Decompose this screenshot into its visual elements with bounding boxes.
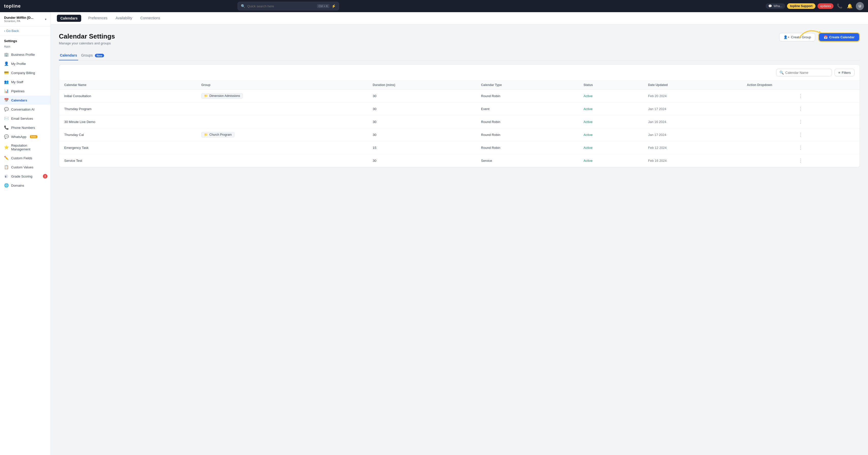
sidebar-item-my-staff[interactable]: 👥 My Staff — [0, 77, 51, 87]
cell-date-updated: Jan 17 2024 — [643, 128, 742, 141]
sidebar-item-domains[interactable]: 🌐 Domains — [0, 181, 51, 190]
sidebar-item-pipelines[interactable]: 📊 Pipelines — [0, 87, 51, 96]
sidebar-item-my-profile[interactable]: 👤 My Profile — [0, 59, 51, 68]
calendars-table-card: 🔍 ≡ Filters Calendar Name Group Duration… — [59, 64, 860, 167]
grade-scoring-icon: g — [4, 174, 9, 178]
notifications-icon[interactable]: 🔔 — [846, 2, 854, 10]
sidebar-item-grade-scoring[interactable]: g Grade Scoring 2 — [0, 172, 51, 181]
sidebar-item-custom-fields[interactable]: ✏️ Custom Fields — [0, 154, 51, 163]
cell-status: Active — [579, 154, 643, 167]
cell-duration: 30 — [368, 90, 476, 102]
sidebar-item-business-profile[interactable]: 🏢 Business Profile — [0, 50, 51, 59]
header-actions: 👤+ Create Group 📅 Create Calendar — [779, 32, 860, 42]
tab-groups[interactable]: Groups New — [80, 51, 105, 60]
search-icon: 🔍 — [241, 4, 245, 8]
search-icon: 🔍 — [779, 70, 784, 74]
search-bar[interactable]: 🔍 Ctrl + K ⚡ — [238, 2, 339, 10]
cell-calendar-name: Thursday Cal — [59, 128, 196, 141]
cell-type: Event — [476, 102, 579, 116]
pipelines-icon: 📊 — [4, 89, 9, 93]
whatsapp-label: Wha... — [774, 4, 782, 8]
calendars-table: Calendar Name Group Duration (mins) Cale… — [59, 80, 860, 167]
phone-icon[interactable]: 📞 — [836, 2, 844, 10]
main-content: Calendars Preferences Availability Conne… — [51, 12, 868, 455]
sidebar-item-phone-numbers[interactable]: 📞 Phone Numbers — [0, 123, 51, 132]
cell-action[interactable]: ⋮ — [742, 141, 860, 154]
cell-date-updated: Feb 12 2024 — [643, 141, 742, 154]
group-chip: 📁Church Program — [201, 132, 235, 137]
cell-date-updated: Feb 16 2024 — [643, 154, 742, 167]
app-layout: Dunder Mifflin [D... Scranton, PA ▾ ‹ Go… — [0, 12, 868, 455]
beta-badge: beta — [30, 135, 37, 138]
cell-date-updated: Feb 20 2024 — [643, 90, 742, 102]
sidebar-item-calendars[interactable]: 📅 Calendars — [0, 96, 51, 105]
cell-group — [196, 116, 368, 128]
cell-action[interactable]: ⋮ — [742, 128, 860, 141]
search-input[interactable] — [247, 4, 315, 8]
cell-action[interactable]: ⋮ — [742, 90, 860, 102]
cell-calendar-name: 30 Minute Live Demo — [59, 116, 196, 128]
cell-group: 📁Dimension Admissions — [196, 90, 368, 102]
table-row: Service Test30ServiceActiveFeb 16 2024⋮ — [59, 154, 860, 167]
workspace-name: Dunder Mifflin [D... — [4, 16, 33, 20]
calendar-name-input[interactable] — [785, 71, 829, 74]
support-button[interactable]: topline Support — [787, 3, 816, 9]
table-head: Calendar Name Group Duration (mins) Cale… — [59, 80, 860, 90]
go-back-button[interactable]: ‹ Go Back — [0, 26, 51, 35]
table-row: 30 Minute Live Demo30Round RobinActiveJa… — [59, 116, 860, 128]
chevron-down-icon: ▾ — [45, 18, 46, 21]
page-content: Calendar Settings Manage your calendars … — [51, 24, 868, 167]
chat-icon: 💬 — [768, 4, 772, 8]
page-title-block: Calendar Settings Manage your calendars … — [59, 32, 115, 45]
sidebar-label-grade-scoring: Grade Scoring — [11, 174, 32, 178]
workspace-selector[interactable]: Dunder Mifflin [D... Scranton, PA ▾ — [0, 12, 51, 26]
sidebar-label-company-billing: Company Billing — [11, 71, 35, 75]
table-row: Thursday Program30EventActiveJan 17 2024… — [59, 102, 860, 116]
cell-action[interactable]: ⋮ — [742, 116, 860, 128]
col-calendar-name: Calendar Name — [59, 80, 196, 90]
my-staff-icon: 👥 — [4, 79, 9, 84]
create-calendar-button[interactable]: 📅 Create Calendar — [819, 33, 859, 41]
calendar-add-icon: 📅 — [824, 35, 828, 39]
person-add-icon: 👤+ — [783, 35, 789, 39]
sidebar-item-company-billing[interactable]: 💳 Company Billing — [0, 68, 51, 77]
user-avatar[interactable]: U — [856, 2, 864, 10]
sidebar-item-conversation-ai[interactable]: 💬 Conversation AI — [0, 105, 51, 114]
subnav-preferences[interactable]: Preferences — [87, 12, 108, 24]
updates-button[interactable]: updates — [817, 3, 834, 9]
cell-action[interactable]: ⋮ — [742, 102, 860, 116]
conversation-ai-icon: 💬 — [4, 107, 9, 111]
tab-calendars[interactable]: Calendars — [59, 51, 78, 60]
col-date-updated: Date Updated — [643, 80, 742, 90]
cell-duration: 30 — [368, 154, 476, 167]
cell-calendar-name: Thursday Program — [59, 102, 196, 116]
grade-scoring-badge: 2 — [43, 174, 48, 178]
sidebar-item-email-services[interactable]: ✉️ Email Services — [0, 114, 51, 123]
content-tabs: Calendars Groups New — [59, 51, 860, 60]
subnav-calendars[interactable]: Calendars — [57, 15, 81, 22]
table-row: Thursday Cal📁Church Program30Round Robin… — [59, 128, 860, 141]
page-title: Calendar Settings — [59, 32, 115, 40]
phone-numbers-icon: 📞 — [4, 125, 9, 130]
calendar-name-search[interactable]: 🔍 — [776, 69, 832, 76]
sidebar-label-custom-fields: Custom Fields — [11, 156, 32, 160]
whatsapp-chip[interactable]: 💬 Wha... — [766, 3, 785, 9]
sidebar-item-custom-values[interactable]: 📋 Custom Values — [0, 163, 51, 172]
cell-date-updated: Jan 16 2024 — [643, 116, 742, 128]
cell-action[interactable]: ⋮ — [742, 154, 860, 167]
whatsapp-icon: 💬 — [4, 134, 9, 139]
sidebar-item-whatsapp[interactable]: 💬 WhatsApp beta — [0, 132, 51, 141]
new-badge: New — [95, 54, 104, 57]
top-nav: topline 🔍 Ctrl + K ⚡ 💬 Wha... topline Su… — [0, 0, 868, 12]
folder-icon: 📁 — [204, 133, 208, 136]
subnav-connections[interactable]: Connections — [140, 12, 161, 24]
table-row: Emergency Task15Round RobinActiveFeb 12 … — [59, 141, 860, 154]
sidebar: Dunder Mifflin [D... Scranton, PA ▾ ‹ Go… — [0, 12, 51, 455]
col-calendar-type: Calendar Type — [476, 80, 579, 90]
filters-button[interactable]: ≡ Filters — [835, 69, 855, 76]
sidebar-label-calendars: Calendars — [11, 98, 27, 102]
sidebar-label-conversation-ai: Conversation AI — [11, 107, 34, 111]
search-shortcut: Ctrl + K — [317, 4, 330, 8]
sidebar-item-reputation-management[interactable]: ⭐ Reputation Management — [0, 141, 51, 154]
subnav-availability[interactable]: Availability — [115, 12, 133, 24]
